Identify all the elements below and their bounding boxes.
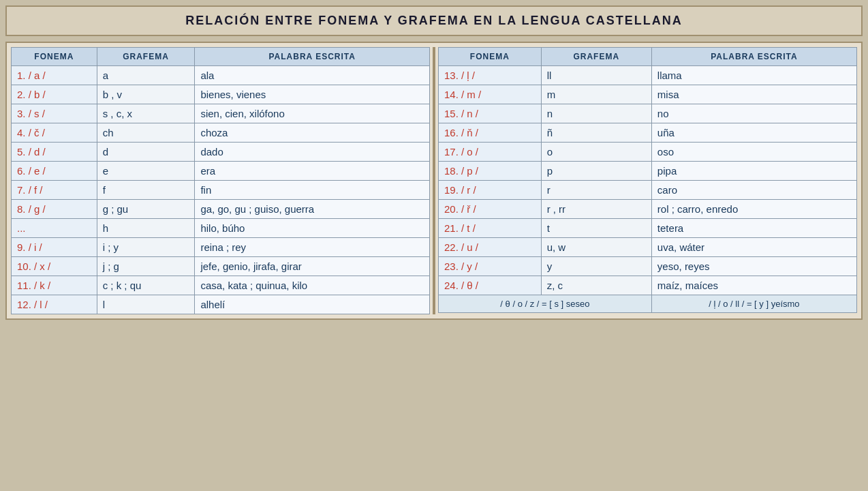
left-cell-palabra: choza <box>195 123 430 143</box>
right-table-row: 22. / u /u, wuva, wáter <box>439 238 857 257</box>
right-cell-palabra: maíz, maíces <box>651 276 856 295</box>
right-cell-grafema: ñ <box>541 123 651 143</box>
left-cell-grafema: l <box>97 295 195 314</box>
right-table-row: 14. / m /mmisa <box>439 85 857 104</box>
right-cell-grafema: ll <box>541 66 651 85</box>
left-cell-grafema: e <box>97 162 195 181</box>
left-cell-grafema: j ; g <box>97 257 195 276</box>
left-cell-grafema: g ; gu <box>97 200 195 219</box>
left-cell-palabra: jefe, genio, jirafa, girar <box>195 257 430 276</box>
left-table-row: 12. / l /lalhelí <box>12 295 430 314</box>
page-title: RELACIÓN ENTRE FONEMA Y GRAFEMA EN LA LE… <box>7 14 861 28</box>
left-cell-fonema: 6. / e / <box>12 162 97 181</box>
right-cell-palabra: caro <box>651 181 856 200</box>
left-cell-palabra: era <box>195 162 430 181</box>
left-cell-fonema: 7. / f / <box>12 181 97 200</box>
right-table-row: 20. / ř /r , rrrol ; carro, enredo <box>439 200 857 219</box>
right-cell-grafema: u, w <box>541 238 651 257</box>
left-table-row: 2. / b /b , vbienes, vienes <box>12 85 430 104</box>
right-cell-fonema: 19. / r / <box>439 181 542 200</box>
left-table-row: 5. / d /ddado <box>12 143 430 162</box>
right-cell-fonema: 16. / ň / <box>439 123 542 143</box>
right-cell-palabra: rol ; carro, enredo <box>651 200 856 219</box>
left-table: FONEMA GRAFEMA PALABRA ESCRITA 1. / a /a… <box>11 47 430 314</box>
right-table-row: 23. / y /yyeso, reyes <box>439 257 857 276</box>
right-table-row: 21. / t /ttetera <box>439 219 857 238</box>
left-cell-palabra: dado <box>195 143 430 162</box>
right-cell-grafema: t <box>541 219 651 238</box>
right-table-row: 15. / n /nno <box>439 104 857 123</box>
right-cell-palabra: no <box>651 104 856 123</box>
left-cell-grafema: ch <box>97 123 195 143</box>
right-cell-grafema: r , rr <box>541 200 651 219</box>
right-cell-fonema: 24. / θ / <box>439 276 542 295</box>
right-cell-palabra: tetera <box>651 219 856 238</box>
left-table-row: 10. / x /j ; gjefe, genio, jirafa, girar <box>12 257 430 276</box>
right-cell-fonema: 22. / u / <box>439 238 542 257</box>
right-table-row: 24. / θ /z, cmaíz, maíces <box>439 276 857 295</box>
right-table-row: 17. / o /ooso <box>439 143 857 162</box>
right-cell-grafema: p <box>541 162 651 181</box>
right-cell-grafema: m <box>541 85 651 104</box>
left-table-row: 3. / s /s , c, xsien, cien, xilófono <box>12 104 430 123</box>
left-cell-palabra: hilo, búho <box>195 219 430 238</box>
right-cell-palabra: llama <box>651 66 856 85</box>
right-cell-grafema: y <box>541 257 651 276</box>
left-cell-palabra: casa, kata ; quinua, kilo <box>195 276 430 295</box>
right-cell-fonema: 17. / o / <box>439 143 542 162</box>
right-cell-grafema: z, c <box>541 276 651 295</box>
left-cell-palabra: sien, cien, xilófono <box>195 104 430 123</box>
right-cell-palabra: uva, wáter <box>651 238 856 257</box>
right-header-grafema: GRAFEMA <box>541 48 651 66</box>
left-cell-fonema: 3. / s / <box>12 104 97 123</box>
left-table-row: 8. / g /g ; guga, go, gu ; guiso, guerra <box>12 200 430 219</box>
left-cell-grafema: a <box>97 66 195 85</box>
right-cell-grafema: o <box>541 143 651 162</box>
left-table-row: 7. / f /ffin <box>12 181 430 200</box>
left-cell-fonema: 1. / a / <box>12 66 97 85</box>
left-table-row: 1. / a /aala <box>12 66 430 85</box>
right-header-fonema: FONEMA <box>439 48 542 66</box>
left-cell-fonema: 9. / i / <box>12 238 97 257</box>
left-cell-fonema: 10. / x / <box>12 257 97 276</box>
left-cell-fonema: 11. / k / <box>12 276 97 295</box>
right-header-palabra: PALABRA ESCRITA <box>651 48 856 66</box>
right-cell-palabra: pipa <box>651 162 856 181</box>
right-cell-fonema: 15. / n / <box>439 104 542 123</box>
left-cell-fonema: ... <box>12 219 97 238</box>
right-cell-fonema: 23. / y / <box>439 257 542 276</box>
left-cell-fonema: 12. / l / <box>12 295 97 314</box>
left-header-palabra: PALABRA ESCRITA <box>195 48 430 66</box>
left-header-fonema: FONEMA <box>12 48 97 66</box>
left-cell-grafema: d <box>97 143 195 162</box>
table-divider <box>433 47 435 314</box>
left-cell-palabra: ga, go, gu ; guiso, guerra <box>195 200 430 219</box>
right-table-container: FONEMA GRAFEMA PALABRA ESCRITA 13. / ļ /… <box>438 47 857 314</box>
left-table-row: ...hhilo, búho <box>12 219 430 238</box>
left-table-row: 11. / k /c ; k ; qucasa, kata ; quinua, … <box>12 276 430 295</box>
right-cell-fonema-last: / θ / o / z / = [ s ] seseo <box>439 295 652 313</box>
left-header-grafema: GRAFEMA <box>97 48 195 66</box>
right-table-row: 13. / ļ /llllama <box>439 66 857 85</box>
right-cell-fonema: 18. / p / <box>439 162 542 181</box>
right-cell-palabra-last: / ļ / o / ll / = [ y ] yeísmo <box>651 295 856 313</box>
left-cell-palabra: ala <box>195 66 430 85</box>
left-cell-palabra: alhelí <box>195 295 430 314</box>
right-cell-palabra: yeso, reyes <box>651 257 856 276</box>
left-cell-palabra: reina ; rey <box>195 238 430 257</box>
left-cell-grafema: f <box>97 181 195 200</box>
left-cell-grafema: i ; y <box>97 238 195 257</box>
left-table-container: FONEMA GRAFEMA PALABRA ESCRITA 1. / a /a… <box>11 47 430 314</box>
right-cell-fonema: 21. / t / <box>439 219 542 238</box>
left-table-row: 4. / č /chchoza <box>12 123 430 143</box>
left-cell-grafema: c ; k ; qu <box>97 276 195 295</box>
right-table: FONEMA GRAFEMA PALABRA ESCRITA 13. / ļ /… <box>438 47 857 313</box>
left-cell-grafema: b , v <box>97 85 195 104</box>
left-table-row: 9. / i /i ; yreina ; rey <box>12 238 430 257</box>
left-cell-grafema: h <box>97 219 195 238</box>
left-cell-grafema: s , c, x <box>97 104 195 123</box>
right-cell-grafema: n <box>541 104 651 123</box>
left-cell-fonema: 8. / g / <box>12 200 97 219</box>
left-cell-fonema: 5. / d / <box>12 143 97 162</box>
left-table-row: 6. / e /eera <box>12 162 430 181</box>
